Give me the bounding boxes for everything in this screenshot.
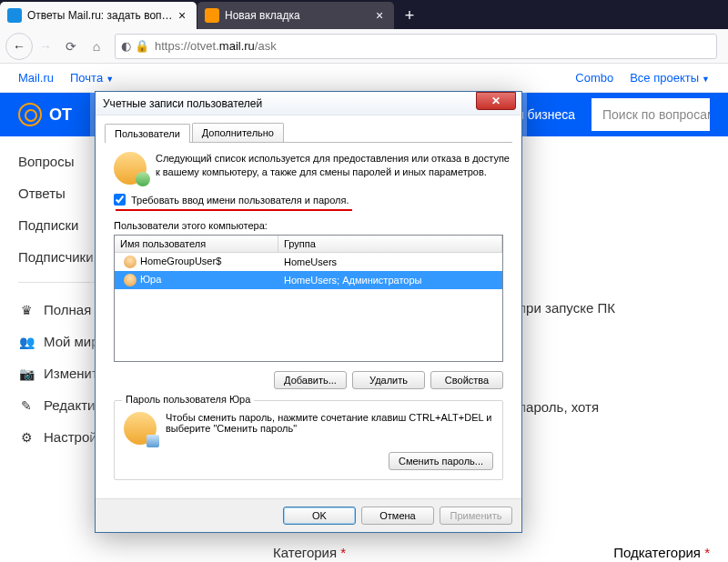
dialog-titlebar[interactable]: Учетные записи пользователей ✕: [96, 92, 521, 115]
tab-active[interactable]: Ответы Mail.ru: задать вопрос ×: [0, 2, 197, 29]
users-label: Пользователи этого компьютера:: [114, 220, 512, 231]
favicon-icon: [7, 8, 22, 23]
tab-strip: Пользователи Дополнительно: [105, 123, 512, 143]
require-login-label: Требовать ввод имени пользователя и паро…: [131, 195, 349, 206]
user-row[interactable]: HomeGroupUser$ HomeUsers: [115, 253, 502, 271]
users-icon: 👥: [18, 335, 35, 349]
col-username[interactable]: Имя пользователя: [115, 236, 278, 252]
url-bar[interactable]: ◐ 🔒 https://otvet.mail.ru/ask: [115, 34, 717, 59]
dialog-body: Пользователи Дополнительно Следующий спи…: [96, 115, 521, 489]
category-label: Категория *: [273, 545, 346, 560]
tab-users[interactable]: Пользователи: [105, 124, 190, 143]
users-listview[interactable]: Имя пользователя Группа HomeGroupUser$ H…: [114, 235, 503, 362]
new-tab-button[interactable]: +: [395, 2, 424, 29]
password-text: Чтобы сменить пароль, нажмите сочетание …: [166, 412, 493, 434]
tab-title: Ответы Mail.ru: задать вопрос: [27, 9, 175, 22]
camera-icon: 📷: [18, 366, 35, 381]
intro-row: Следующий список используется для предос…: [105, 152, 512, 185]
forward-button: →: [33, 34, 58, 59]
change-password-button[interactable]: Сменить пароль...: [389, 452, 493, 470]
subcategory-label: Подкатегория *: [613, 545, 710, 560]
ok-button[interactable]: OK: [283, 507, 356, 525]
properties-button[interactable]: Свойства: [430, 371, 503, 389]
shield-icon: ◐: [121, 39, 131, 53]
home-button[interactable]: ⌂: [84, 34, 109, 59]
user-buttons: Добавить... Удалить Свойства: [114, 371, 503, 389]
dialog-title: Учетные записи пользователей: [103, 97, 262, 110]
mailru-logo[interactable]: ОТ: [18, 103, 72, 126]
tab-inactive[interactable]: Новая вкладка ×: [197, 2, 394, 29]
underline-annotation: [116, 209, 352, 211]
listview-header: Имя пользователя Группа: [115, 236, 502, 253]
nav-mailru[interactable]: Mail.ru: [18, 71, 54, 85]
close-icon[interactable]: ×: [175, 8, 189, 23]
require-login-row[interactable]: Требовать ввод имени пользователя и паро…: [114, 194, 512, 206]
col-group[interactable]: Группа: [278, 236, 502, 252]
crown-icon: ♛: [18, 303, 35, 317]
lock-icon: 🔒: [135, 39, 149, 53]
add-button[interactable]: Добавить...: [274, 371, 347, 389]
nav-combo[interactable]: Combo: [575, 71, 613, 85]
tab-title: Новая вкладка: [225, 9, 372, 22]
url-text: https://otvet.mail.ru/ask: [155, 39, 711, 53]
cancel-button[interactable]: Отмена: [361, 507, 434, 525]
navbar: ← → ⟳ ⌂ ◐ 🔒 https://otvet.mail.ru/ask: [0, 29, 728, 64]
require-login-checkbox[interactable]: [114, 194, 126, 206]
favicon-icon: [205, 8, 219, 23]
gear-icon: ⚙: [18, 430, 35, 445]
apply-button[interactable]: Применить: [440, 507, 512, 525]
user-icon: [124, 274, 136, 286]
user-icon: [124, 256, 136, 268]
nav-projects[interactable]: Все проекты▼: [630, 71, 710, 85]
groupbox-legend: Пароль пользователя Юра: [122, 394, 254, 405]
password-groupbox: Пароль пользователя Юра Чтобы сменить па…: [114, 400, 503, 480]
user-row-selected[interactable]: Юра HomeUsers; Администраторы: [115, 271, 502, 289]
nav-pochta[interactable]: Почта▼: [70, 71, 114, 85]
question-text-fragments: при запуске ПК пароль, хотя: [519, 300, 615, 424]
delete-button[interactable]: Удалить: [352, 371, 425, 389]
close-button[interactable]: ✕: [476, 92, 516, 110]
reload-button[interactable]: ⟳: [58, 34, 84, 59]
pencil-icon: ✎: [18, 398, 35, 413]
users-icon: [114, 152, 147, 185]
tab-advanced[interactable]: Дополнительно: [192, 123, 284, 142]
intro-text: Следующий список используется для предос…: [156, 152, 512, 179]
dialog-buttons: OK Отмена Применить: [96, 498, 521, 532]
back-button[interactable]: ←: [5, 33, 33, 60]
mailru-topnav: Mail.ru Почта▼ Combo Все проекты▼: [0, 64, 728, 93]
user-accounts-dialog: Учетные записи пользователей ✕ Пользоват…: [95, 91, 522, 533]
search-input[interactable]: Поиск по вопросам: [592, 98, 710, 131]
tabbar: Ответы Mail.ru: задать вопрос × Новая вк…: [0, 0, 728, 29]
close-icon[interactable]: ×: [372, 8, 387, 23]
logo-icon: [18, 103, 42, 126]
key-user-icon: [124, 412, 157, 445]
